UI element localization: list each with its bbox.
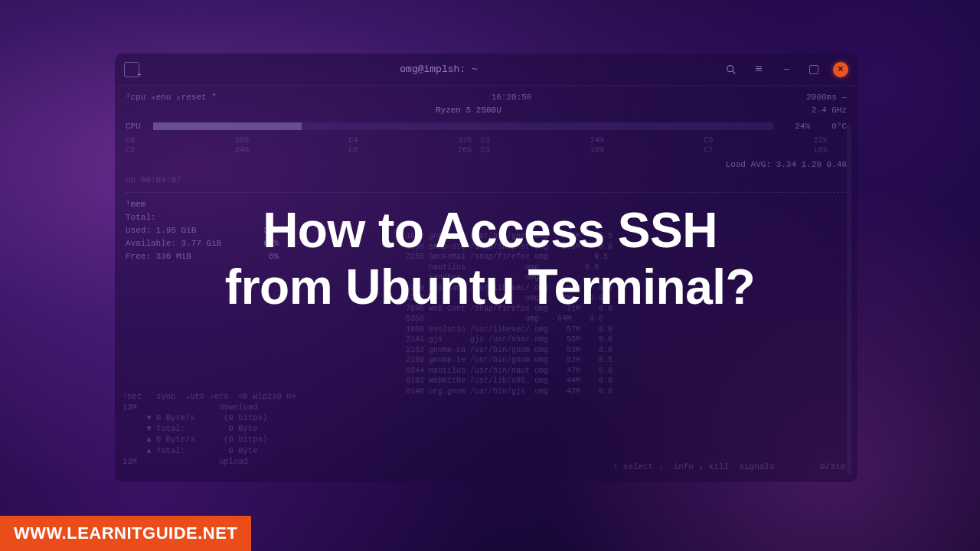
svg-point-0 bbox=[727, 65, 733, 71]
net-line: 13M upload bbox=[122, 456, 296, 467]
cpu-model: Ryzen 5 2500U bbox=[436, 105, 501, 116]
core-name: C1 bbox=[481, 135, 490, 146]
core-name: C5 bbox=[704, 135, 714, 146]
search-button[interactable] bbox=[723, 61, 740, 78]
net-line: ▼ 0 Byte/s (0 bitps) bbox=[122, 412, 296, 423]
core-name: C3 bbox=[481, 145, 490, 156]
core-pct: 31% bbox=[458, 135, 472, 146]
core-row: C036%C431% bbox=[126, 135, 472, 146]
net-header: ¹net sync ₐuto ₂ero <b wlp2s0 n> bbox=[122, 391, 296, 402]
net-line: ▼ Total: 0 Byte bbox=[122, 423, 296, 434]
search-icon bbox=[725, 64, 737, 76]
new-tab-icon[interactable] bbox=[124, 62, 139, 77]
net-section: ¹net sync ₐuto ₂ero <b wlp2s0 n> 13M dow… bbox=[122, 391, 296, 467]
window-title: omg@implsh: ~ bbox=[155, 64, 723, 75]
footer-hint: ↑ select ↓ info ₚ kill signals 0/318 bbox=[612, 461, 845, 473]
maximize-button[interactable] bbox=[805, 61, 822, 78]
table-row: 8148 org.gnom /usr/bin/gjs omg 42M 0.0 bbox=[406, 386, 612, 397]
cpu-bar-fill bbox=[153, 122, 302, 130]
headline-line-2: from Ubuntu Terminal? bbox=[0, 259, 980, 316]
table-row: 2141 gjs gjs /usr/shar omg 55M 0.0 bbox=[406, 334, 612, 345]
watermark-badge: WWW.LEARNITGUIDE.NET bbox=[0, 516, 251, 551]
cpu-model-row: Ryzen 5 2500U 2.4 GHz bbox=[126, 105, 847, 119]
cpu-temp: 0°C bbox=[816, 121, 847, 132]
minimize-button[interactable] bbox=[778, 61, 795, 78]
top-header-row: ¹cpu ₘenu ₚreset * 16:20:58 2000ms — bbox=[126, 92, 847, 103]
core-pct: 16% bbox=[590, 145, 604, 156]
refresh-rate: 2000ms — bbox=[806, 92, 847, 103]
core-pct: 24% bbox=[235, 145, 249, 156]
table-row: 2162 gnome-ca /usr/bin/gnom omg 53M 6.0 bbox=[406, 345, 612, 356]
core-row: C316%C716% bbox=[481, 145, 827, 156]
headline-line-1: How to Access SSH bbox=[0, 203, 980, 259]
core-name: C7 bbox=[704, 145, 714, 156]
divider bbox=[126, 192, 847, 193]
load-average: Load AVG: 3.34 1.28 0.48 bbox=[126, 159, 847, 171]
table-row: 1868 evolutio /usr/libexec/ omg 57M 0.0 bbox=[406, 324, 612, 335]
svg-line-1 bbox=[733, 71, 735, 73]
net-line: ▲ Total: 0 Byte bbox=[122, 445, 296, 456]
core-name: C6 bbox=[348, 145, 358, 156]
cpu-bar-track bbox=[153, 122, 773, 130]
core-pct: 36% bbox=[235, 135, 249, 146]
cpu-cores: C036%C431% C124%C522% C224%C626% C316%C7… bbox=[126, 135, 847, 156]
table-row: 2169 gnome-te /usr/bin/gnom omg 52M 8.5 bbox=[406, 355, 612, 366]
core-pct: 22% bbox=[813, 135, 827, 146]
core-name: C0 bbox=[126, 135, 135, 146]
core-pct: 26% bbox=[458, 145, 472, 156]
window-titlebar: omg@implsh: ~ bbox=[115, 54, 858, 86]
net-line: ▲ 0 Byte/s (0 bitps) bbox=[122, 434, 296, 445]
cpu-label: CPU bbox=[126, 121, 147, 132]
maximize-icon bbox=[809, 65, 818, 74]
cpu-pct: 24% bbox=[779, 121, 810, 132]
core-pct: 24% bbox=[590, 135, 604, 146]
titlebar-left bbox=[124, 62, 155, 77]
menu-labels: ¹cpu ₘenu ₚreset * bbox=[126, 92, 217, 103]
cpu-freq: 2.4 GHz bbox=[812, 105, 847, 119]
core-row: C124%C522% bbox=[481, 135, 827, 146]
article-headline: How to Access SSH from Ubuntu Terminal? bbox=[0, 203, 980, 315]
core-row: C224%C626% bbox=[126, 145, 472, 156]
core-name: C2 bbox=[126, 145, 135, 156]
core-pct: 16% bbox=[813, 145, 827, 156]
close-button[interactable] bbox=[833, 62, 848, 77]
titlebar-right bbox=[723, 61, 848, 78]
table-row: 8344 nautilus /usr/bin/naut omg 47M 0.0 bbox=[406, 366, 612, 377]
hamburger-menu-button[interactable] bbox=[750, 61, 767, 78]
uptime: up 00:03:07 bbox=[126, 174, 847, 186]
net-line: 13M download bbox=[122, 402, 296, 412]
core-name: C4 bbox=[348, 135, 358, 146]
cpu-total-bar: CPU 24% 0°C bbox=[126, 121, 847, 132]
table-row: 8102 WebKitNe /usr/lib/x86_ omg 44M 0.0 bbox=[406, 376, 612, 386]
clock: 16:20:58 bbox=[492, 92, 532, 103]
